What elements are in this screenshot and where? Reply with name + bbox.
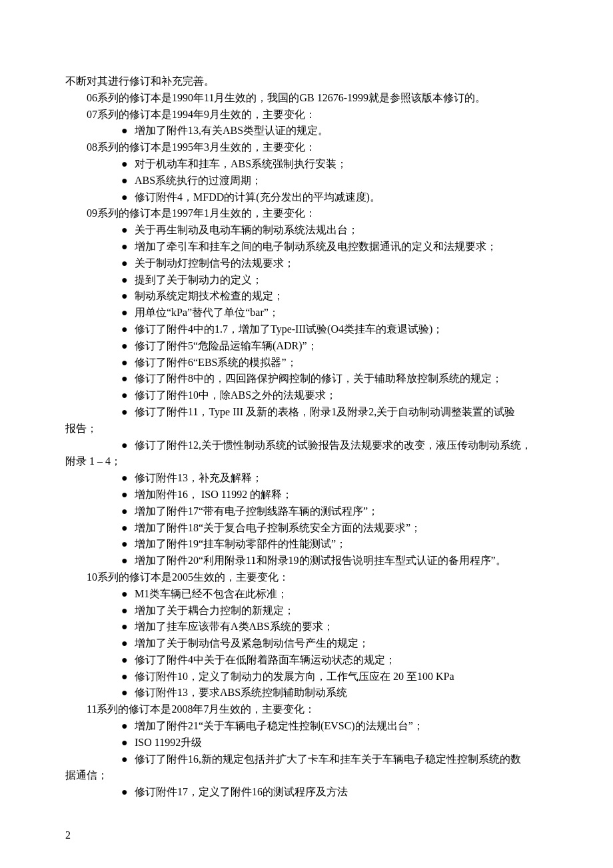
- list-item: ●用单位“kPa”替代了单位“bar”；: [65, 305, 550, 321]
- document-page: 不断对其进行修订和补充完善。 06系列的修订本是1990年11月生效的，我国的G…: [0, 0, 613, 868]
- list-item-text: 修订附件13，要求ABS系统控制辅助制动系统: [135, 685, 550, 701]
- bullet-icon: ●: [121, 189, 135, 206]
- list-item-text: 增加了附件20“利用附录11和附录19的测试报告说明挂车型式认证的备用程序”。: [135, 553, 550, 569]
- list-item-continuation: 报告；: [65, 421, 550, 437]
- page-number: 2: [65, 827, 71, 844]
- bullet-icon: ●: [121, 470, 135, 487]
- list-item: ●修订了附件6“EBS系统的模拟器”；: [65, 355, 550, 371]
- list-item-text: 修订了附件16,新的规定包括并扩大了卡车和挂车关于车辆电子稳定性控制系统的数: [135, 751, 550, 768]
- bullet-icon: ●: [121, 173, 135, 189]
- list-item: ●修订附件13，要求ABS系统控制辅助制动系统: [65, 685, 550, 701]
- list-item-text: 增加了牵引车和挂车之间的电子制动系统及电控数据通讯的定义和法规要求；: [135, 239, 550, 255]
- bullet-icon: ●: [121, 123, 135, 139]
- bullet-icon: ●: [121, 239, 135, 255]
- series-09-heading: 09系列的修订本是1997年1月生效的，主要变化：: [65, 205, 550, 222]
- list-item: ●提到了关于制动力的定义；: [65, 272, 550, 289]
- bullet-icon: ●: [121, 437, 135, 454]
- bullet-icon: ●: [121, 321, 135, 338]
- bullet-icon: ●: [121, 371, 135, 387]
- list-item-text: 修订了附件11，Type III 及新的表格，附录1及附录2,关于自动制动调整装…: [135, 404, 550, 421]
- bullet-icon: ●: [121, 404, 135, 421]
- list-item: ●增加附件16， ISO 11992 的解释；: [65, 487, 550, 503]
- list-item-text: 修订了附件8中的，四回路保护阀控制的修订，关于辅助释放控制系统的规定；: [135, 371, 550, 387]
- bullet-icon: ●: [121, 272, 135, 289]
- list-item-text: 关于再生制动及电动车辆的制动系统法规出台；: [135, 222, 550, 239]
- bullet-icon: ●: [121, 751, 135, 768]
- list-item: ●修订了附件11，Type III 及新的表格，附录1及附录2,关于自动制动调整…: [65, 404, 550, 421]
- bullet-icon: ●: [121, 387, 135, 404]
- list-item: ●M1类车辆已经不包含在此标准；: [65, 586, 550, 603]
- list-item: ●修订了附件8中的，四回路保护阀控制的修订，关于辅助释放控制系统的规定；: [65, 371, 550, 387]
- list-item-text: 提到了关于制动力的定义；: [135, 272, 550, 289]
- bullet-icon: ●: [121, 735, 135, 751]
- list-item-text: 增加了附件19“挂车制动零部件的性能测试”；: [135, 536, 550, 553]
- bullet-icon: ●: [121, 553, 135, 569]
- bullet-icon: ●: [121, 718, 135, 735]
- series-10-heading: 10系列的修订本是2005生效的，主要变化：: [65, 569, 550, 586]
- bullet-icon: ●: [121, 603, 135, 619]
- list-item: ●修订了附件4中关于在低附着路面车辆运动状态的规定；: [65, 652, 550, 669]
- list-item-text: 增加附件16， ISO 11992 的解释；: [135, 487, 550, 503]
- list-item-text: 增加了附件21“关于车辆电子稳定性控制(EVSC)的法规出台”；: [135, 718, 550, 735]
- series-08-heading: 08系列的修订本是1995年3月生效的，主要变化：: [65, 139, 550, 156]
- list-item-continuation: 据通信；: [65, 767, 550, 784]
- bullet-icon: ●: [121, 784, 135, 801]
- series-11-heading: 11系列的修订本是2008年7月生效的，主要变化：: [65, 701, 550, 718]
- list-item-text: 修订了附件6“EBS系统的模拟器”；: [135, 355, 550, 371]
- list-item: ●关于再生制动及电动车辆的制动系统法规出台；: [65, 222, 550, 239]
- list-item: ●修订附件10，定义了制动力的发展方向，工作气压应在 20 至100 KPa: [65, 669, 550, 685]
- list-item: ●增加了附件19“挂车制动零部件的性能测试”；: [65, 536, 550, 553]
- list-item-text: 增加了附件17“带有电子控制线路车辆的测试程序”；: [135, 503, 550, 520]
- list-item-text: 增加了挂车应该带有A类ABS系统的要求；: [135, 619, 550, 635]
- list-item: ●修订了附件10中，除ABS之外的法规要求；: [65, 387, 550, 404]
- list-item: ●增加了附件18“关于复合电子控制系统安全方面的法规要求”；: [65, 520, 550, 537]
- list-item: ●增加了关于制动信号及紧急制动信号产生的规定；: [65, 635, 550, 652]
- list-item: ●修订附件13，补充及解释；: [65, 470, 550, 487]
- bullet-icon: ●: [121, 586, 135, 603]
- series-06-paragraph: 06系列的修订本是1990年11月生效的，我国的GB 12676-1999就是参…: [65, 90, 550, 107]
- list-item: ●修订附件4，MFDD的计算(充分发出的平均减速度)。: [65, 189, 550, 206]
- list-item-text: 增加了关于制动信号及紧急制动信号产生的规定；: [135, 635, 550, 652]
- list-item: ●关于制动灯控制信号的法规要求；: [65, 255, 550, 272]
- list-item: ●修订了附件5“危险品运输车辆(ADR)”；: [65, 338, 550, 355]
- list-item-text: 增加了关于耦合力控制的新规定；: [135, 603, 550, 619]
- list-item: ●增加了附件20“利用附录11和附录19的测试报告说明挂车型式认证的备用程序”。: [65, 553, 550, 569]
- list-item-text: 用单位“kPa”替代了单位“bar”；: [135, 305, 550, 321]
- list-item-text: M1类车辆已经不包含在此标准；: [135, 586, 550, 603]
- bullet-icon: ●: [121, 288, 135, 305]
- bullet-icon: ●: [121, 685, 135, 701]
- bullet-icon: ●: [121, 652, 135, 669]
- list-item: ●增加了挂车应该带有A类ABS系统的要求；: [65, 619, 550, 635]
- list-item-text: 修订附件17，定义了附件16的测试程序及方法: [135, 784, 550, 801]
- bullet-icon: ●: [121, 536, 135, 553]
- bullet-icon: ●: [121, 487, 135, 503]
- list-item-text: 关于制动灯控制信号的法规要求；: [135, 255, 550, 272]
- list-item-text: 修订了附件4中关于在低附着路面车辆运动状态的规定；: [135, 652, 550, 669]
- bullet-icon: ●: [121, 520, 135, 537]
- list-item-text: 修订了附件5“危险品运输车辆(ADR)”；: [135, 338, 550, 355]
- list-item-text: 修订了附件10中，除ABS之外的法规要求；: [135, 387, 550, 404]
- bullet-icon: ●: [121, 635, 135, 652]
- list-item-text: 修订了附件12,关于惯性制动系统的试验报告及法规要求的改变，液压传动制动系统，: [135, 437, 550, 454]
- list-item-continuation: 附录 1 – 4；: [65, 453, 550, 470]
- bullet-icon: ●: [121, 156, 135, 173]
- list-item: ●修订了附件4中的1.7，增加了Type-III试验(O4类挂车的衰退试验)；: [65, 321, 550, 338]
- list-item: ●增加了附件21“关于车辆电子稳定性控制(EVSC)的法规出台”；: [65, 718, 550, 735]
- list-item: ●增加了附件17“带有电子控制线路车辆的测试程序”；: [65, 503, 550, 520]
- list-item: ●对于机动车和挂车，ABS系统强制执行安装；: [65, 156, 550, 173]
- bullet-icon: ●: [121, 338, 135, 355]
- list-item-text: ISO 11992升级: [135, 735, 550, 751]
- list-item: ●增加了牵引车和挂车之间的电子制动系统及电控数据通讯的定义和法规要求；: [65, 239, 550, 255]
- list-item: ●修订附件17，定义了附件16的测试程序及方法: [65, 784, 550, 801]
- list-item: ●修订了附件16,新的规定包括并扩大了卡车和挂车关于车辆电子稳定性控制系统的数: [65, 751, 550, 768]
- list-item-text: 制动系统定期技术检查的规定；: [135, 288, 550, 305]
- list-item: ●制动系统定期技术检查的规定；: [65, 288, 550, 305]
- list-item: ●ABS系统执行的过渡周期；: [65, 173, 550, 189]
- bullet-icon: ●: [121, 305, 135, 321]
- bullet-icon: ●: [121, 355, 135, 371]
- list-item-text: 修订了附件4中的1.7，增加了Type-III试验(O4类挂车的衰退试验)；: [135, 321, 550, 338]
- bullet-icon: ●: [121, 222, 135, 239]
- intro-paragraph: 不断对其进行修订和补充完善。: [65, 73, 550, 90]
- list-item: ●ISO 11992升级: [65, 735, 550, 751]
- list-item-text: 修订附件13，补充及解释；: [135, 470, 550, 487]
